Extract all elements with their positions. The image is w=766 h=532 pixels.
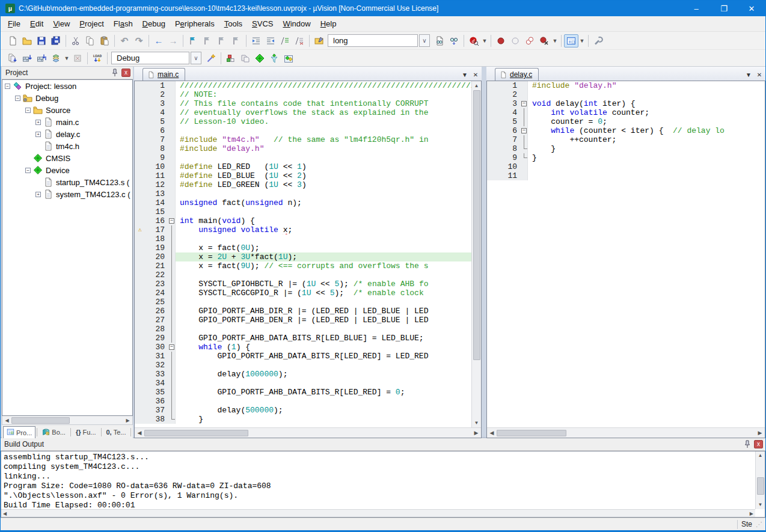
tab-list-dropdown-icon[interactable]: ▼ [460, 70, 470, 79]
code-line[interactable]: 7#include "tm4c.h" // the same as "lm4f1… [135, 135, 471, 144]
kill-all-breakpoints-button[interactable] [537, 34, 551, 47]
comment-selection-button[interactable] [278, 34, 292, 47]
copy-button[interactable] [83, 34, 97, 47]
sidebar-tab-fu[interactable]: {}Fu... [72, 426, 100, 438]
code-line[interactable]: 22 [135, 271, 471, 280]
code-line[interactable]: 1#include "delay.h" [487, 81, 765, 90]
code-line[interactable]: 10#define LED_RED (1U << 1) [135, 162, 471, 171]
code-line[interactable]: 33 delay(1000000); [135, 370, 471, 379]
scroll-up-icon[interactable]: ▲ [758, 451, 763, 460]
fold-collapse-icon[interactable]: − [168, 343, 176, 352]
code-line[interactable]: 27 GPIO_PORTF_AHB_DEN_R |= (LED_RED | LE… [135, 316, 471, 325]
fold-collapse-icon[interactable]: − [520, 126, 528, 135]
sidebar-tab-bo[interactable]: ?Bo... [38, 426, 69, 438]
code-line[interactable]: 26 GPIO_PORTF_AHB_DIR_R |= (LED_RED | LE… [135, 307, 471, 316]
code-line[interactable]: 29 GPIO_PORTF_AHB_DATA_BITS_R[LED_BLUE] … [135, 334, 471, 343]
select-software-packs-button[interactable] [267, 52, 281, 65]
unindent-button[interactable] [249, 34, 263, 47]
tab-close-icon[interactable]: ✕ [755, 70, 764, 79]
code-line[interactable]: 11 [487, 171, 765, 180]
download-to-flash-button[interactable]: LOAD [90, 52, 105, 65]
find-in-files-button[interactable] [312, 34, 326, 47]
build-output-close-icon[interactable]: x [754, 440, 763, 448]
code-line[interactable]: 4// eventually overflows the stack as ex… [135, 108, 471, 117]
tab-close-icon[interactable]: ✕ [471, 70, 480, 79]
main-editor-code[interactable]: 1///////////////////////////////////////… [135, 81, 471, 427]
delay-editor-hscroll-thumb[interactable] [497, 430, 566, 436]
scroll-left-icon[interactable]: ◀ [3, 511, 7, 516]
save-all-button[interactable] [49, 34, 63, 47]
code-line[interactable]: 6 [135, 126, 471, 135]
tree-item-source[interactable]: −Source [2, 104, 132, 116]
configure-button[interactable] [591, 34, 605, 47]
tree-item-delay-c[interactable]: +delay.c [2, 128, 132, 140]
main-editor-vscroll-thumb[interactable] [473, 90, 480, 360]
main-editor-hscrollbar[interactable]: ◀ ▶ [135, 427, 481, 438]
code-line[interactable]: 31 GPIO_PORTF_AHB_DATA_BITS_R[LED_RED] =… [135, 352, 471, 361]
tree-expand-icon[interactable]: + [35, 132, 41, 137]
insert-breakpoint-button[interactable] [494, 34, 508, 47]
paste-button[interactable] [97, 34, 112, 47]
fold-collapse-icon[interactable]: − [520, 99, 528, 108]
menu-flash[interactable]: Flash [109, 17, 138, 30]
tree-item-debug[interactable]: −Debug [2, 92, 132, 104]
tab-main-c[interactable]: main.c [142, 68, 185, 81]
code-line[interactable]: 32 [135, 361, 471, 370]
code-line[interactable]: 24 SYSCTL_RCGCGPIO_R |= (1U << 5); /* en… [135, 289, 471, 298]
code-line[interactable]: 3−void delay(int iter) { [487, 99, 765, 108]
scroll-right-icon[interactable]: ▶ [471, 430, 481, 436]
code-line[interactable]: 38 } [135, 415, 471, 424]
enable-disable-breakpoint-button[interactable] [508, 34, 522, 47]
scroll-down-icon[interactable]: ▼ [758, 501, 763, 509]
code-line[interactable]: 8#include "delay.h" [135, 144, 471, 153]
tree-expand-icon[interactable]: + [35, 120, 41, 125]
code-line[interactable]: 16−int main(void) { [135, 216, 471, 225]
indent-button[interactable] [263, 34, 278, 47]
code-line[interactable]: 2// NOTE: [135, 90, 471, 99]
options-for-target-button[interactable] [204, 52, 218, 65]
maximize-button[interactable]: ❐ [710, 1, 738, 16]
target-combo[interactable]: Debug [111, 52, 189, 64]
translate-file-button[interactable] [5, 52, 20, 65]
build-output-vscrollbar[interactable]: ▲ ▼ [755, 451, 765, 509]
kill-all-breakpoints-dropdown-icon[interactable]: ▼ [551, 34, 559, 47]
code-line[interactable]: 2 [487, 90, 765, 99]
code-line[interactable]: 15 [135, 207, 471, 216]
code-line[interactable]: 7 ++counter; [487, 135, 765, 144]
uncomment-selection-button[interactable] [292, 34, 307, 47]
minimize-button[interactable]: – [682, 1, 710, 16]
menu-svcs[interactable]: SVCS [247, 17, 278, 30]
tree-item-startup-tm4c123-s[interactable]: startup_TM4C123.s ( [2, 176, 132, 188]
menu-tools[interactable]: Tools [219, 17, 247, 30]
code-line[interactable]: 23 SYSCTL_GPIOHBCTL_R |= (1U << 5); /* e… [135, 280, 471, 289]
menu-edit[interactable]: Edit [25, 17, 48, 30]
rebuild-all-button[interactable] [34, 52, 49, 65]
tree-expand-icon[interactable]: − [5, 84, 10, 89]
code-line[interactable]: 10 [487, 162, 765, 171]
tree-expand-icon[interactable]: − [15, 96, 20, 101]
resize-grip[interactable]: ⋰ [756, 521, 764, 530]
code-line[interactable]: 9 [135, 153, 471, 162]
tree-item-device[interactable]: −Device [2, 164, 132, 176]
tree-expand-icon[interactable]: − [25, 168, 31, 173]
find-text-button[interactable]: d [467, 34, 481, 47]
disable-all-breakpoints-button[interactable] [522, 34, 537, 47]
bookmark-toggle-button[interactable] [186, 34, 200, 47]
save-button[interactable] [34, 34, 49, 47]
undo-button[interactable]: ↶ [117, 34, 132, 47]
code-line[interactable]: 18 [135, 234, 471, 243]
project-hscroll-thumb[interactable] [11, 417, 70, 424]
delay-editor-hscrollbar[interactable]: ◀ ▶ [487, 427, 765, 438]
batch-build-button[interactable] [49, 52, 63, 65]
build-output-vscroll-thumb[interactable] [757, 477, 764, 495]
code-line[interactable]: 4 int volatile counter; [487, 108, 765, 117]
pack-installer-button[interactable] [281, 52, 296, 65]
tree-item-project-lesson[interactable]: −Project: lesson [2, 80, 132, 92]
file-extensions-button[interactable] [238, 52, 253, 65]
bookmark-clear-all-button[interactable] [229, 34, 244, 47]
open-file-button[interactable] [20, 34, 34, 47]
code-line[interactable]: 14unsigned fact(unsigned n); [135, 198, 471, 207]
build-button[interactable] [20, 52, 34, 65]
scroll-right-icon[interactable]: ▶ [123, 418, 132, 423]
tree-item-main-c[interactable]: +main.c [2, 116, 132, 128]
